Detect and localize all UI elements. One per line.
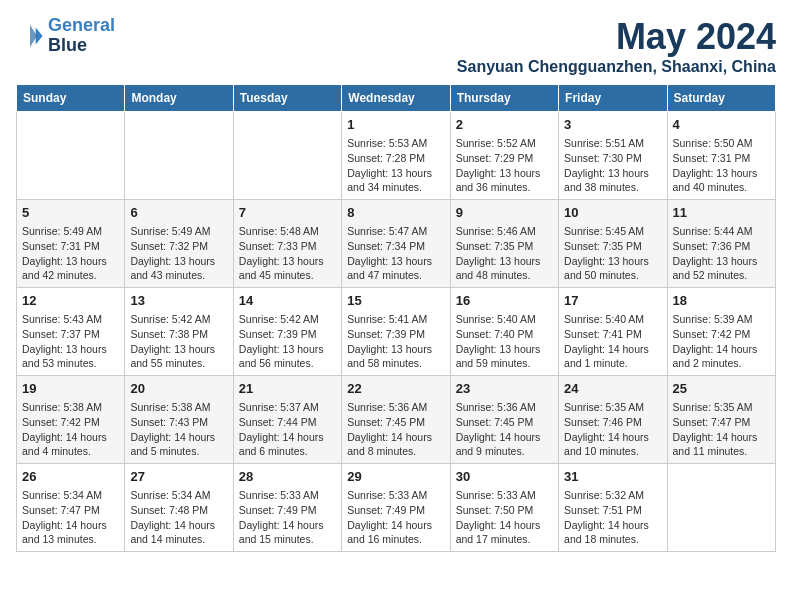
cell-info: Sunset: 7:31 PM: [22, 239, 119, 254]
calendar-cell: 8Sunrise: 5:47 AMSunset: 7:34 PMDaylight…: [342, 200, 450, 288]
cell-info: Sunrise: 5:53 AM: [347, 136, 444, 151]
day-number: 26: [22, 468, 119, 486]
calendar-cell: [17, 112, 125, 200]
cell-info: Sunset: 7:43 PM: [130, 415, 227, 430]
cell-info: Sunrise: 5:36 AM: [456, 400, 553, 415]
logo: General Blue: [16, 16, 115, 56]
cell-info: Sunrise: 5:43 AM: [22, 312, 119, 327]
cell-info: Sunrise: 5:51 AM: [564, 136, 661, 151]
calendar-cell: 5Sunrise: 5:49 AMSunset: 7:31 PMDaylight…: [17, 200, 125, 288]
calendar-cell: [233, 112, 341, 200]
calendar-cell: [667, 464, 775, 552]
cell-info: Sunset: 7:46 PM: [564, 415, 661, 430]
calendar-table: SundayMondayTuesdayWednesdayThursdayFrid…: [16, 84, 776, 552]
day-number: 27: [130, 468, 227, 486]
calendar-cell: 21Sunrise: 5:37 AMSunset: 7:44 PMDayligh…: [233, 376, 341, 464]
cell-info: Daylight: 13 hours and 50 minutes.: [564, 254, 661, 283]
cell-info: Daylight: 14 hours and 9 minutes.: [456, 430, 553, 459]
column-header-friday: Friday: [559, 85, 667, 112]
calendar-cell: 2Sunrise: 5:52 AMSunset: 7:29 PMDaylight…: [450, 112, 558, 200]
day-number: 24: [564, 380, 661, 398]
day-number: 15: [347, 292, 444, 310]
cell-info: Daylight: 13 hours and 42 minutes.: [22, 254, 119, 283]
calendar-cell: 3Sunrise: 5:51 AMSunset: 7:30 PMDaylight…: [559, 112, 667, 200]
cell-info: Sunset: 7:49 PM: [239, 503, 336, 518]
cell-info: Sunrise: 5:34 AM: [130, 488, 227, 503]
cell-info: Sunset: 7:32 PM: [130, 239, 227, 254]
cell-info: Daylight: 13 hours and 58 minutes.: [347, 342, 444, 371]
day-number: 29: [347, 468, 444, 486]
cell-info: Daylight: 14 hours and 15 minutes.: [239, 518, 336, 547]
cell-info: Sunrise: 5:40 AM: [456, 312, 553, 327]
cell-info: Daylight: 13 hours and 38 minutes.: [564, 166, 661, 195]
week-row-3: 12Sunrise: 5:43 AMSunset: 7:37 PMDayligh…: [17, 288, 776, 376]
calendar-cell: [125, 112, 233, 200]
calendar-cell: 18Sunrise: 5:39 AMSunset: 7:42 PMDayligh…: [667, 288, 775, 376]
cell-info: Daylight: 14 hours and 17 minutes.: [456, 518, 553, 547]
month-title: May 2024: [457, 16, 776, 58]
cell-info: Sunrise: 5:33 AM: [239, 488, 336, 503]
day-number: 20: [130, 380, 227, 398]
cell-info: Sunrise: 5:37 AM: [239, 400, 336, 415]
cell-info: Sunset: 7:35 PM: [564, 239, 661, 254]
calendar-cell: 10Sunrise: 5:45 AMSunset: 7:35 PMDayligh…: [559, 200, 667, 288]
day-number: 25: [673, 380, 770, 398]
day-number: 12: [22, 292, 119, 310]
cell-info: Sunset: 7:50 PM: [456, 503, 553, 518]
cell-info: Daylight: 13 hours and 52 minutes.: [673, 254, 770, 283]
cell-info: Sunset: 7:34 PM: [347, 239, 444, 254]
calendar-cell: 30Sunrise: 5:33 AMSunset: 7:50 PMDayligh…: [450, 464, 558, 552]
calendar-cell: 17Sunrise: 5:40 AMSunset: 7:41 PMDayligh…: [559, 288, 667, 376]
calendar-cell: 9Sunrise: 5:46 AMSunset: 7:35 PMDaylight…: [450, 200, 558, 288]
calendar-cell: 22Sunrise: 5:36 AMSunset: 7:45 PMDayligh…: [342, 376, 450, 464]
cell-info: Sunset: 7:45 PM: [347, 415, 444, 430]
cell-info: Sunset: 7:39 PM: [347, 327, 444, 342]
calendar-cell: 12Sunrise: 5:43 AMSunset: 7:37 PMDayligh…: [17, 288, 125, 376]
day-number: 22: [347, 380, 444, 398]
cell-info: Sunrise: 5:45 AM: [564, 224, 661, 239]
cell-info: Sunrise: 5:32 AM: [564, 488, 661, 503]
cell-info: Sunrise: 5:34 AM: [22, 488, 119, 503]
cell-info: Sunset: 7:41 PM: [564, 327, 661, 342]
cell-info: Sunset: 7:39 PM: [239, 327, 336, 342]
cell-info: Daylight: 14 hours and 4 minutes.: [22, 430, 119, 459]
calendar-cell: 1Sunrise: 5:53 AMSunset: 7:28 PMDaylight…: [342, 112, 450, 200]
cell-info: Sunrise: 5:38 AM: [22, 400, 119, 415]
day-number: 28: [239, 468, 336, 486]
logo-text: General Blue: [48, 16, 115, 56]
cell-info: Sunset: 7:37 PM: [22, 327, 119, 342]
day-number: 19: [22, 380, 119, 398]
calendar-cell: 16Sunrise: 5:40 AMSunset: 7:40 PMDayligh…: [450, 288, 558, 376]
column-header-thursday: Thursday: [450, 85, 558, 112]
cell-info: Sunrise: 5:44 AM: [673, 224, 770, 239]
day-number: 8: [347, 204, 444, 222]
cell-info: Sunset: 7:45 PM: [456, 415, 553, 430]
cell-info: Sunset: 7:44 PM: [239, 415, 336, 430]
header-row: SundayMondayTuesdayWednesdayThursdayFrid…: [17, 85, 776, 112]
cell-info: Sunrise: 5:48 AM: [239, 224, 336, 239]
calendar-cell: 31Sunrise: 5:32 AMSunset: 7:51 PMDayligh…: [559, 464, 667, 552]
cell-info: Daylight: 14 hours and 10 minutes.: [564, 430, 661, 459]
cell-info: Daylight: 14 hours and 5 minutes.: [130, 430, 227, 459]
calendar-cell: 6Sunrise: 5:49 AMSunset: 7:32 PMDaylight…: [125, 200, 233, 288]
cell-info: Sunrise: 5:42 AM: [239, 312, 336, 327]
header: General Blue May 2024 Sanyuan Chengguanz…: [16, 16, 776, 76]
column-header-saturday: Saturday: [667, 85, 775, 112]
cell-info: Daylight: 14 hours and 13 minutes.: [22, 518, 119, 547]
calendar-cell: 14Sunrise: 5:42 AMSunset: 7:39 PMDayligh…: [233, 288, 341, 376]
day-number: 7: [239, 204, 336, 222]
calendar-cell: 27Sunrise: 5:34 AMSunset: 7:48 PMDayligh…: [125, 464, 233, 552]
cell-info: Daylight: 14 hours and 2 minutes.: [673, 342, 770, 371]
cell-info: Daylight: 13 hours and 53 minutes.: [22, 342, 119, 371]
day-number: 13: [130, 292, 227, 310]
cell-info: Daylight: 13 hours and 55 minutes.: [130, 342, 227, 371]
cell-info: Daylight: 13 hours and 48 minutes.: [456, 254, 553, 283]
day-number: 30: [456, 468, 553, 486]
cell-info: Sunrise: 5:33 AM: [456, 488, 553, 503]
cell-info: Daylight: 13 hours and 43 minutes.: [130, 254, 227, 283]
cell-info: Daylight: 13 hours and 36 minutes.: [456, 166, 553, 195]
cell-info: Daylight: 14 hours and 14 minutes.: [130, 518, 227, 547]
cell-info: Daylight: 13 hours and 59 minutes.: [456, 342, 553, 371]
cell-info: Sunset: 7:38 PM: [130, 327, 227, 342]
calendar-cell: 19Sunrise: 5:38 AMSunset: 7:42 PMDayligh…: [17, 376, 125, 464]
